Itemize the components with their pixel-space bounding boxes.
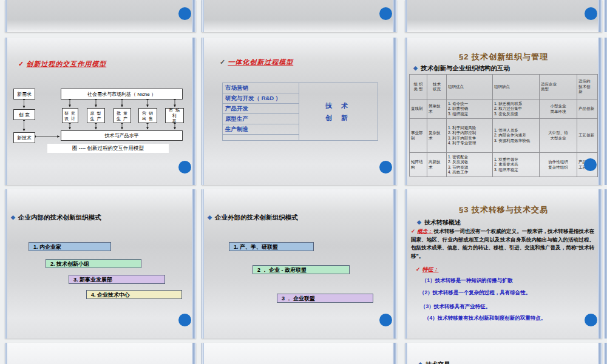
slide-left-border xyxy=(5,343,7,364)
table-header: 组 织 类 型 xyxy=(410,75,427,99)
slide-bullet-heading: ◆技术交易 xyxy=(418,360,450,364)
slide-bullet-heading: ◆企业内部的技术创新组织模式 xyxy=(11,214,101,222)
diamond-bullet-icon: ◆ xyxy=(208,214,212,220)
blue-dot-icon xyxy=(178,7,191,20)
flow-box-batch: 批 量 生 产 xyxy=(114,108,131,123)
slide-thumbnail-partial-bottom-3[interactable]: ◆技术交易 xyxy=(405,343,602,364)
slide-thumbnail-partial-top-1[interactable] xyxy=(5,0,196,32)
slide-title: ✓一体化创新过程模型 xyxy=(220,58,293,67)
slide-org-management[interactable]: §2 技术创新组织与管理 ◆技术创新与企业组织结构的互动 组 织 类 型 技术 … xyxy=(405,38,602,185)
table-header: 适应的 技术创 新 xyxy=(577,75,598,99)
flow-box-new-tech: 新技术 xyxy=(13,132,35,143)
table-cell: 1. 管理人员多 2. 内部合作沟通差 3. 资源利用效率较低 xyxy=(493,119,540,153)
feature-item: （4）技术转移兼有技术创新和制度创新的双重特点。 xyxy=(424,315,546,322)
table-cell: 1. 双重性领导 2. 素质要求高 3. 组织不稳定 xyxy=(493,153,540,177)
figure-caption: 图 ---- 创新过程的交互作用模型 xyxy=(47,144,169,153)
feature-label: 特征： xyxy=(422,266,439,272)
slide-left-border xyxy=(405,0,407,32)
flow-box-prototype: 原 型 生 产 xyxy=(87,108,105,123)
slide-thumbnail-partial-top-3[interactable] xyxy=(405,0,602,32)
slide-sorter-view: ✓创新过程的交互作用模型 新需求 xyxy=(0,0,607,364)
process-step: 研究与开发（ R&D ） xyxy=(223,93,299,104)
slide-thumbnail-partial-bottom-1[interactable] xyxy=(5,343,196,364)
feature-item: （2）技术转移是一个复杂的过程，具有综合性。 xyxy=(419,289,531,297)
slide-thumbnail-partial-top-2[interactable] xyxy=(202,0,397,32)
org-mode-item: 2 ． 企业 - 政府联盟 xyxy=(253,265,350,274)
section-title: §2 技术创新组织与管理 xyxy=(405,52,602,62)
slide-left-border xyxy=(5,0,7,32)
slide-left-border xyxy=(405,343,407,364)
table-cell: 1. 命令统一 2. 职责明确 3. 组织稳定 xyxy=(447,99,493,119)
slide-right-strip xyxy=(598,0,602,32)
org-mode-item: 3. 新事业发展部 xyxy=(69,275,165,284)
flow-box-tech-level: 技术与产品水平 xyxy=(61,130,183,141)
org-mode-item: 2. 技术创新小组 xyxy=(46,259,141,268)
org-mode-item: 3 ． 企业联盟 xyxy=(277,294,373,303)
table-cell: 协作性组织 复杂性组织 xyxy=(540,153,577,177)
slide-thumbnail-partial-bottom-2[interactable] xyxy=(202,343,397,364)
slide-left-border xyxy=(202,38,204,185)
outcome-cell: 技 术 创 新 xyxy=(299,83,378,140)
integrated-model-table: 市场营销 研究与开发（ R&D ） 产品开发 原型生产 生产制造 技 术 创 新 xyxy=(222,83,378,141)
blue-dot-icon xyxy=(178,161,191,174)
slide-right-strip xyxy=(393,343,397,364)
slide-left-border xyxy=(202,189,204,339)
check-icon: ✓ xyxy=(220,58,225,66)
table-cell: 工艺创新 xyxy=(577,119,598,153)
org-mode-item: 1. 内企业家 xyxy=(29,242,111,251)
process-step: 原型生产 xyxy=(223,114,299,124)
table-cell: 1. 利于回避风险 2. 利于内部控制 3. 利于内部竞争 4. 利于专业管理 xyxy=(447,119,493,153)
blue-dot-icon xyxy=(379,314,392,326)
flow-box-new-demand: 新需求 xyxy=(13,89,35,99)
blue-dot-icon xyxy=(584,158,597,171)
slide-left-border xyxy=(5,189,7,339)
process-step: 市场营销 xyxy=(223,83,299,93)
org-mode-item: 1. 产、学、研联盟 xyxy=(229,242,314,251)
table-cell: 复杂技 术 xyxy=(427,119,447,153)
feature-item: （1）技术转移是一种知识的传播与扩散 xyxy=(422,277,512,285)
next-column-edge xyxy=(604,0,607,32)
diamond-bullet-icon: ◆ xyxy=(413,65,418,71)
table-header: 适应企业 类型 xyxy=(540,75,577,99)
flow-box-rd-design: 研 究 设 计 xyxy=(62,108,78,123)
blue-dot-icon xyxy=(585,7,597,20)
table-cell: 矩阵结 构 xyxy=(410,153,427,177)
section-title: §3 技术转移与技术交易 xyxy=(405,204,602,215)
slide-right-strip xyxy=(393,0,397,32)
blue-dot-icon xyxy=(379,7,392,20)
slide-right-strip xyxy=(192,189,196,339)
slide-left-border xyxy=(202,0,204,32)
table-cell: 小型企业 简单环境 xyxy=(540,99,577,119)
flow-box-idea: 创 意 xyxy=(13,109,35,120)
table-header: 组织缺点 xyxy=(493,75,540,99)
slide-bullet-heading: ◆企业外部的技术创新组织模式 xyxy=(208,214,297,222)
table-cell: 大中型、特 大型企业 xyxy=(540,119,577,153)
diamond-bullet-icon: ◆ xyxy=(417,219,421,225)
blue-dot-icon xyxy=(178,314,191,326)
slide-external-org-modes[interactable]: ◆企业外部的技术创新组织模式 1. 产、学、研联盟 2 ． 企业 - 政府联盟 … xyxy=(202,189,397,339)
slide-right-strip xyxy=(192,0,196,32)
slide-right-strip xyxy=(393,189,397,339)
slide-left-border xyxy=(202,343,204,364)
slide-right-strip xyxy=(598,343,602,364)
next-column-edge xyxy=(604,189,607,339)
diamond-bullet-icon: ◆ xyxy=(11,214,15,220)
slide-interactive-model[interactable]: ✓创新过程的交互作用模型 新需求 xyxy=(5,38,196,185)
table-header: 技术 状况 xyxy=(427,75,447,99)
table-cell: 简单技 术 xyxy=(427,99,447,119)
table-cell: 产品创新 xyxy=(577,99,598,119)
concept-paragraph: ✓概念：技术转移一词也没有一个权威的定义。一般来讲，技术转移是指技术在国家、地区… xyxy=(411,228,594,260)
slide-integrated-model[interactable]: ✓一体化创新过程模型 市场营销 研究与开发（ R&D ） 产品开发 原型生产 生… xyxy=(202,38,397,185)
slide-tech-transfer[interactable]: §3 技术转移与技术交易 ◆技术转移概述 ✓概念：技术转移一词也没有一个权威的定… xyxy=(405,189,602,339)
concept-label: 概念： xyxy=(417,228,433,234)
table-header: 组织优点 xyxy=(447,75,493,99)
process-step: 产品开发 xyxy=(223,104,299,114)
process-steps-column: 市场营销 研究与开发（ R&D ） 产品开发 原型生产 生产制造 xyxy=(223,83,299,140)
slide-right-strip xyxy=(393,38,397,185)
slide-internal-org-modes[interactable]: ◆企业内部的技术创新组织模式 1. 内企业家 2. 技术创新小组 3. 新事业发… xyxy=(5,189,196,339)
org-structure-table: 组 织 类 型 技术 状况 组织优点 组织缺点 适应企业 类型 适应的 技术创 … xyxy=(409,74,598,177)
org-mode-item: 4. 企业技术中心 xyxy=(86,290,182,299)
feature-heading: ✓特征： xyxy=(416,266,440,274)
table-cell: 1. 缺乏横向联系 2. 权力过分集中 3. 变化反应慢 xyxy=(493,99,540,119)
slide-bullet-heading: ◆技术转移概述 xyxy=(417,218,461,227)
